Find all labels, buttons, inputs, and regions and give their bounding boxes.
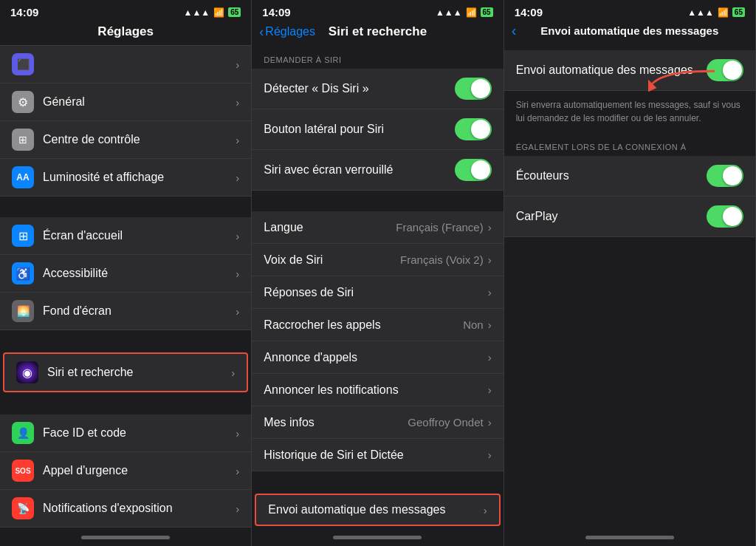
icon-siri: ◉ — [16, 361, 38, 383]
nav-bar-3: ‹ Envoi automatique des messages — [504, 21, 755, 43]
separator-2 — [0, 330, 251, 351]
status-bar-1: 14:09 ▲▲▲ 📶 65 — [0, 0, 251, 21]
language-value: Français (France) — [396, 221, 483, 233]
home-bar-2 — [333, 536, 422, 539]
wifi-icon-2: 📶 — [466, 7, 477, 18]
voice-label: Voix de Siri — [264, 253, 400, 267]
icon-partial: ⬛ — [12, 53, 34, 75]
ecouteurs-row[interactable]: Écouteurs — [504, 156, 755, 197]
list-item-siri[interactable]: ◉ Siri et recherche › — [3, 352, 248, 392]
separator-p3-0 — [504, 43, 755, 50]
signal-icon-3: ▲▲▲ — [687, 7, 714, 18]
signal-icon-1: ▲▲▲ — [184, 7, 210, 18]
home-bar-3 — [585, 536, 674, 539]
item-label-sos: Appel d'urgence — [43, 464, 236, 477]
siri-hangup-row[interactable]: Raccrocher les appels Non › — [252, 309, 503, 341]
icon-sos: SOS — [12, 460, 34, 482]
list-item-exposure[interactable]: 📡 Notifications d'exposition › — [0, 490, 251, 528]
icon-faceid: 👤 — [12, 422, 34, 444]
list-item-general[interactable]: ⚙ Général › — [0, 83, 251, 121]
section-header-connection: ÉGALEMENT LORS DE LA CONNEXION À — [504, 132, 755, 156]
siri-button-row[interactable]: Bouton latéral pour Siri — [252, 109, 503, 150]
detect-siri-label: Détecter « Dis Siri » — [264, 82, 454, 95]
separator-p2-2 — [252, 471, 503, 492]
siri-announce-notif-row[interactable]: Annoncer les notifications › — [252, 374, 503, 406]
siri-locked-toggle[interactable] — [455, 159, 492, 181]
list-item-homescreen[interactable]: ⊞ Écran d'accueil › — [0, 217, 251, 255]
battery-3: 65 — [732, 7, 745, 17]
list-item-sos[interactable]: SOS Appel d'urgence › — [0, 452, 251, 490]
status-icons-2: ▲▲▲ 📶 65 — [436, 7, 493, 18]
icon-homescreen: ⊞ — [12, 225, 34, 247]
siri-voice-row[interactable]: Voix de Siri Français (Voix 2) › — [252, 244, 503, 276]
list-item-faceid[interactable]: 👤 Face ID et code › — [0, 414, 251, 452]
language-label: Langue — [264, 221, 396, 234]
item-label-exposure: Notifications d'exposition — [43, 502, 236, 515]
home-indicator-2 — [252, 528, 503, 546]
signal-icon-2: ▲▲▲ — [436, 7, 462, 18]
siri-myinfo-row[interactable]: Mes infos Geoffroy Ondet › — [252, 406, 503, 439]
myinfo-label: Mes infos — [264, 416, 408, 429]
hangup-value: Non — [463, 318, 484, 331]
siri-button-toggle[interactable] — [455, 118, 492, 140]
back-button-2[interactable]: ‹ Réglages — [259, 24, 315, 40]
status-bar-2: 14:09 ▲▲▲ 📶 65 — [252, 0, 503, 21]
item-label-siri: Siri et recherche — [47, 366, 231, 379]
settings-list-2: DEMANDER À SIRI Détecter « Dis Siri » Bo… — [252, 45, 503, 528]
icon-wallpaper: 🌅 — [12, 300, 34, 322]
item-label-homescreen: Écran d'accueil — [43, 229, 236, 242]
home-indicator-3 — [504, 528, 755, 546]
panel-autosend: 14:09 ▲▲▲ 📶 65 ‹ Envoi automatique des m… — [504, 0, 756, 546]
siri-detect-row[interactable]: Détecter « Dis Siri » — [252, 69, 503, 109]
panel-siri: 14:09 ▲▲▲ 📶 65 ‹ Réglages Siri et recher… — [252, 0, 504, 546]
list-item-access[interactable]: ♿ Accessibilité › — [0, 255, 251, 293]
siri-announce-calls-row[interactable]: Annonce d'appels › — [252, 341, 503, 374]
siri-history-row[interactable]: Historique de Siri et Dictée › — [252, 439, 503, 471]
status-bar-3: 14:09 ▲▲▲ 📶 65 — [504, 0, 755, 21]
wifi-icon-3: 📶 — [718, 7, 729, 18]
history-label: Historique de Siri et Dictée — [264, 448, 487, 462]
item-label-control: Centre de contrôle — [43, 133, 236, 146]
siri-button-label: Bouton latéral pour Siri — [264, 123, 454, 136]
hangup-label: Raccrocher les appels — [264, 318, 463, 332]
siri-autosend-row[interactable]: Envoi automatique des messages › — [255, 494, 500, 526]
carplay-row[interactable]: CarPlay — [504, 197, 755, 237]
siri-locked-row[interactable]: Siri avec écran verrouillé — [252, 150, 503, 191]
ecouteurs-toggle[interactable] — [707, 165, 743, 187]
icon-exposure: 📡 — [12, 497, 34, 519]
list-item-partial[interactable]: ⬛ › — [0, 45, 251, 83]
list-item-wallpaper[interactable]: 🌅 Fond d'écran › — [0, 293, 251, 330]
autosend-description: Siri enverra automatiquement les message… — [504, 91, 755, 132]
myinfo-value: Geoffroy Ondet — [408, 416, 483, 429]
section-header-siri: DEMANDER À SIRI — [252, 45, 503, 69]
list-item-control[interactable]: ⊞ Centre de contrôle › — [0, 121, 251, 159]
responses-label: Réponses de Siri — [264, 286, 487, 299]
list-item-display[interactable]: AA Luminosité et affichage › — [0, 159, 251, 197]
detect-siri-toggle[interactable] — [455, 78, 492, 100]
status-icons-1: ▲▲▲ 📶 65 — [184, 7, 241, 18]
wifi-icon-1: 📶 — [213, 7, 224, 18]
item-label-wallpaper: Fond d'écran — [43, 304, 236, 318]
item-label-display: Luminosité et affichage — [43, 171, 236, 184]
status-time-3: 14:09 — [515, 6, 543, 18]
separator-1 — [0, 197, 251, 217]
icon-general: ⚙ — [12, 91, 34, 113]
settings-list-1: ⬛ › ⚙ Général › ⊞ Centre de contrôle › A… — [0, 45, 251, 528]
siri-language-row[interactable]: Langue Français (France) › — [252, 211, 503, 244]
home-bar-1 — [81, 536, 170, 539]
status-icons-3: ▲▲▲ 📶 65 — [687, 7, 745, 18]
item-label-access: Accessibilité — [43, 267, 236, 280]
icon-access: ♿ — [12, 262, 34, 284]
main-autosend-row[interactable]: Envoi automatique des messages — [504, 50, 755, 91]
icon-display: AA — [12, 166, 34, 188]
carplay-toggle[interactable] — [707, 205, 743, 228]
siri-responses-row[interactable]: Réponses de Siri › — [252, 276, 503, 309]
back-label-2: Réglages — [265, 25, 315, 38]
item-label-general: Général — [43, 95, 236, 109]
nav-bar-2: ‹ Réglages Siri et recherche — [252, 21, 503, 45]
back-button-3[interactable]: ‹ — [512, 22, 517, 39]
settings-list-3: Envoi automatique des messages Siri enve… — [504, 43, 755, 528]
back-chevron-2: ‹ — [259, 24, 264, 40]
separator-p2-1 — [252, 191, 503, 211]
carplay-label: CarPlay — [516, 210, 707, 223]
